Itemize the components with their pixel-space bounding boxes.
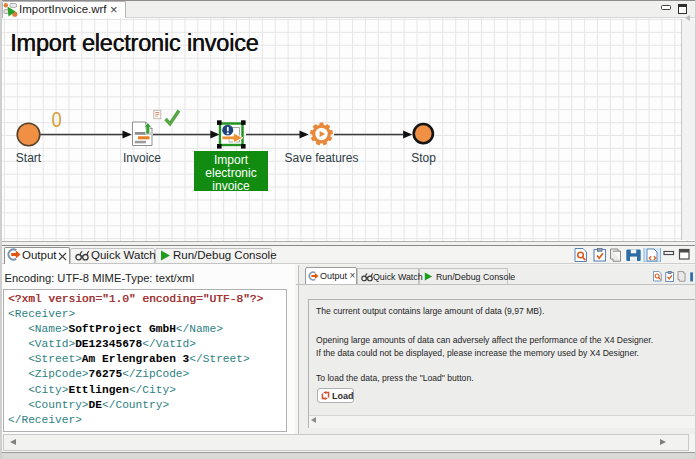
svg-text:0: 0 xyxy=(52,108,62,132)
